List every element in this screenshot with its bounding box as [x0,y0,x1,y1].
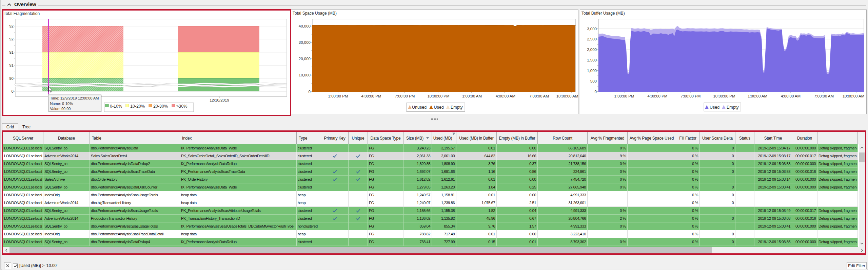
svg-text:10:00:00 PM: 10:00:00 PM [713,94,735,98]
svg-text:10:00:00 PM: 10:00:00 PM [427,94,449,98]
svg-text:0-10%: 0-10% [110,104,122,109]
svg-text:Used: Used [434,105,444,110]
svg-text:91: 91 [9,63,14,67]
svg-text:4:00:00 AM: 4:00:00 AM [496,94,515,98]
svg-text:2,000: 2,000 [587,48,597,52]
svg-text:Empty: Empty [451,105,463,110]
svg-text:3,000: 3,000 [587,27,597,31]
svg-text:7:00:00 PM: 7:00:00 PM [395,94,415,98]
svg-text:92: 92 [9,24,14,28]
svg-text:40,000: 40,000 [299,24,311,28]
svg-text:4:00:00 PM: 4:00:00 PM [361,94,381,98]
svg-text:12/10/2019: 12/10/2019 [210,98,229,102]
svg-text:7:00:00 PM: 7:00:00 PM [681,94,701,98]
svg-text:>30%: >30% [176,104,187,109]
svg-text:4:00:00 AM: 4:00:00 AM [781,94,801,98]
svg-text:1,500: 1,500 [587,58,597,62]
svg-text:1,000: 1,000 [587,69,597,73]
svg-text:500: 500 [590,79,597,83]
svg-text:0: 0 [309,90,311,94]
svg-text:0: 0 [12,89,14,93]
svg-text:Empty: Empty [727,105,739,110]
svg-text:91: 91 [9,50,14,54]
svg-text:Used: Used [710,105,719,110]
svg-text:1:00:00 AM: 1:00:00 AM [462,94,482,98]
svg-text:10,000: 10,000 [299,73,311,77]
svg-text:10-20%: 10-20% [130,104,145,109]
svg-text:4:00:00 PM: 4:00:00 PM [648,94,668,98]
svg-text:1:00:00 PM: 1:00:00 PM [614,94,634,98]
svg-text:20,000: 20,000 [299,57,311,61]
svg-text:Time: 12/9/2019 12:00:00 AM: Time: 12/9/2019 12:00:00 AM [50,96,99,100]
svg-text:1:00:00 PM: 1:00:00 PM [328,94,348,98]
svg-text:10:00:00 AM: 10:00:00 AM [556,94,578,98]
svg-text:7:00:00 AM: 7:00:00 AM [814,94,834,98]
svg-text:90: 90 [9,76,14,80]
svg-text:Value: 90.00: Value: 90.00 [50,107,71,111]
svg-text:2,500: 2,500 [587,37,597,41]
svg-text:0: 0 [595,90,597,94]
svg-text:Name: 0-10%: Name: 0-10% [50,102,73,106]
svg-text:Unused: Unused [412,105,427,110]
svg-text:20-30%: 20-30% [153,104,168,109]
svg-text:10:00:00 AM: 10:00:00 AM [843,94,865,98]
svg-text:1:00:00 AM: 1:00:00 AM [748,94,767,98]
svg-text:92: 92 [9,37,14,41]
svg-text:30,000: 30,000 [299,40,311,44]
svg-text:7:00:00 AM: 7:00:00 AM [529,94,549,98]
